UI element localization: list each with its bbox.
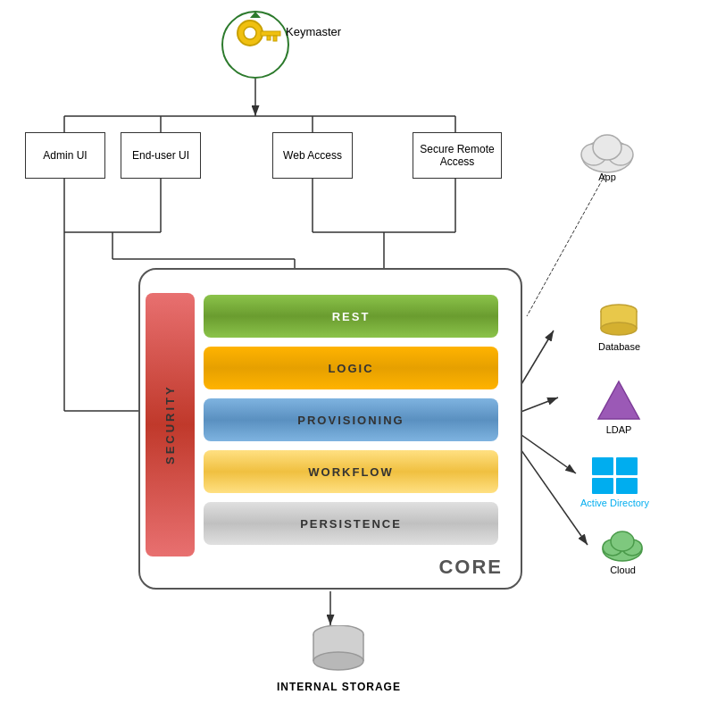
keymaster-icon: [230, 11, 284, 64]
svg-rect-44: [592, 457, 613, 475]
svg-point-37: [593, 135, 621, 160]
admin-ui-box: Admin UI: [25, 132, 105, 179]
provisioning-layer: PROVISIONING: [204, 398, 498, 441]
core-label: CORE: [438, 556, 503, 579]
logic-layer: LOGIC: [204, 347, 498, 389]
internal-storage: INTERNAL STORAGE: [277, 625, 401, 693]
secure-remote-box: Secure Remote Access: [413, 132, 502, 179]
active-directory-icon: Active Directory: [580, 456, 649, 508]
end-user-ui-box: End-user UI: [121, 132, 201, 179]
ldap-icon: LDAP: [596, 380, 641, 435]
app-cloud: App: [576, 130, 638, 182]
keymaster-label: Keymaster: [286, 25, 341, 38]
security-bar: SECURITY: [146, 293, 195, 556]
svg-rect-31: [261, 31, 280, 36]
svg-rect-32: [273, 36, 277, 41]
svg-rect-33: [267, 36, 271, 40]
cloud-icon: Cloud: [598, 527, 647, 575]
workflow-layer: WORKFLOW: [204, 450, 498, 493]
svg-point-40: [601, 322, 637, 335]
web-access-box: Web Access: [272, 132, 353, 179]
svg-rect-46: [592, 478, 613, 494]
persistence-layer: PERSISTENCE: [204, 502, 498, 545]
svg-rect-45: [616, 457, 638, 475]
database-icon: Database: [598, 304, 640, 352]
svg-point-54: [313, 652, 363, 670]
svg-rect-47: [616, 478, 638, 494]
rest-layer: REST: [204, 295, 498, 338]
svg-point-30: [244, 27, 256, 39]
svg-point-51: [611, 531, 634, 551]
architecture-diagram: Keymaster Admin UI End-user UI Web Acces…: [0, 0, 717, 728]
svg-marker-43: [598, 381, 639, 419]
svg-line-27: [527, 174, 605, 316]
